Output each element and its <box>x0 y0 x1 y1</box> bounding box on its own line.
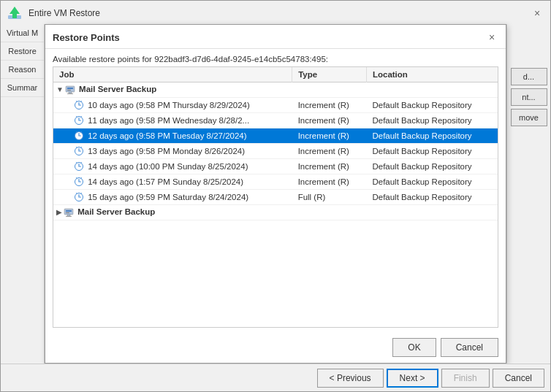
cell-job: 14 days ago (1:57 PM Sunday 8/25/2024) <box>53 174 292 190</box>
previous-button[interactable]: < Previous <box>317 369 384 388</box>
main-cancel-button[interactable]: Cancel <box>493 369 544 388</box>
cell-type: Full (R) <box>292 190 367 205</box>
cell-location: Default Backup Repository <box>366 190 498 205</box>
sidebar-item-virtual-m[interactable]: Virtual M <box>1 24 44 42</box>
ok-button[interactable]: OK <box>392 338 436 357</box>
table-row[interactable]: 11 days ago (9:58 PM Wednesday 8/28/2...… <box>53 113 498 128</box>
job-label: 10 days ago (9:58 PM Thursday 8/29/2024) <box>86 101 250 109</box>
cell-type: Increment (R) <box>292 113 367 128</box>
cell-location: Default Backup Repository <box>366 174 498 190</box>
clock-icon <box>74 100 84 110</box>
clock-icon <box>74 115 84 126</box>
cell-type: Increment (R) <box>292 144 367 159</box>
cell-type: Increment (R) <box>292 159 367 174</box>
cell-job: 14 days ago (10:00 PM Sunday 8/25/2024) <box>53 159 292 174</box>
table-row[interactable]: 15 days ago (9:59 PM Saturday 8/24/2024)… <box>53 190 498 205</box>
bottom-bar: < Previous Next > Finish Cancel <box>1 364 550 391</box>
right-actions-panel: d... nt... move <box>506 24 550 364</box>
job-label: 14 days ago (1:57 PM Sunday 8/25/2024) <box>86 177 243 186</box>
job-label: 15 days ago (9:59 PM Saturday 8/24/2024) <box>86 193 248 201</box>
sidebar-item-summary[interactable]: Summar <box>1 79 44 97</box>
group-name: Mail Server Backup <box>75 207 155 216</box>
cell-job: 13 days ago (9:58 PM Monday 8/26/2024) <box>53 144 292 159</box>
dialog-title: Restore Points <box>53 32 120 43</box>
clock-icon <box>74 161 84 172</box>
svg-rect-6 <box>67 93 73 94</box>
action-button-d[interactable]: d... <box>511 68 547 85</box>
col-type: Type <box>292 67 367 82</box>
clock-icon <box>74 131 84 141</box>
outer-close-button[interactable]: × <box>530 6 544 20</box>
table-row[interactable]: 12 days ago (9:58 PM Tuesday 8/27/2024)I… <box>53 128 498 144</box>
table-row[interactable]: 14 days ago (10:00 PM Sunday 8/25/2024)I… <box>53 159 498 174</box>
dialog-close-button[interactable]: × <box>485 31 498 44</box>
next-button[interactable]: Next > <box>387 369 438 388</box>
cell-type: Increment (R) <box>292 98 367 113</box>
svg-rect-3 <box>67 88 73 89</box>
table-body: ▼ Mail Server Backup 10 days ago (9:58 P… <box>53 82 498 220</box>
table-header-row: Job Type Location <box>53 67 498 82</box>
job-label: 14 days ago (10:00 PM Sunday 8/25/2024) <box>86 162 248 171</box>
restore-points-table-container[interactable]: Job Type Location ▼ Mail Server Backup 1… <box>53 66 498 328</box>
action-button-move[interactable]: move <box>511 109 547 126</box>
table-row[interactable]: 14 days ago (1:57 PM Sunday 8/25/2024)In… <box>53 174 498 190</box>
restore-points-table: Job Type Location ▼ Mail Server Backup 1… <box>53 67 498 220</box>
sidebar: Virtual M Restore Reason Summar <box>1 24 45 364</box>
outer-title-left: Entire VM Restore <box>7 5 100 21</box>
group-row[interactable]: ▼ Mail Server Backup <box>53 82 498 98</box>
svg-rect-4 <box>67 90 71 91</box>
outer-window-title: Entire VM Restore <box>28 8 100 18</box>
outer-titlebar: Entire VM Restore × <box>1 1 550 25</box>
clock-icon <box>74 177 84 187</box>
cell-job: 15 days ago (9:59 PM Saturday 8/24/2024) <box>53 190 292 205</box>
restore-icon <box>7 5 23 21</box>
cancel-button[interactable]: Cancel <box>441 338 498 357</box>
cell-job: 12 days ago (9:58 PM Tuesday 8/27/2024) <box>53 128 292 144</box>
clock-icon <box>74 192 84 202</box>
dialog-titlebar: Restore Points × <box>45 25 506 49</box>
sidebar-item-restore[interactable]: Restore <box>1 42 44 61</box>
col-location: Location <box>366 67 498 82</box>
cell-type: Increment (R) <box>292 174 367 190</box>
cell-location: Default Backup Repository <box>366 98 498 113</box>
cell-job: 10 days ago (9:58 PM Thursday 8/29/2024) <box>53 98 292 113</box>
dialog-buttons: OK Cancel <box>45 334 506 363</box>
dialog-description: Available restore points for 922badf3-d7… <box>45 49 506 66</box>
group-name: Mail Server Backup <box>77 85 156 93</box>
job-label: 12 days ago (9:58 PM Tuesday 8/27/2024) <box>86 131 247 140</box>
action-button-nt[interactable]: nt... <box>511 88 547 106</box>
backup-job-icon <box>64 207 74 218</box>
svg-rect-15 <box>66 210 72 212</box>
finish-button[interactable]: Finish <box>441 369 490 388</box>
cell-location: Default Backup Repository <box>366 159 498 174</box>
restore-points-dialog: Restore Points × Available restore point… <box>45 24 506 364</box>
svg-rect-5 <box>69 92 72 93</box>
clock-icon <box>74 146 84 156</box>
cell-location: Default Backup Repository <box>366 113 498 128</box>
table-row[interactable]: 13 days ago (9:58 PM Monday 8/26/2024)In… <box>53 144 498 159</box>
expand-arrow-icon: ▼ <box>56 85 64 93</box>
cell-location: Default Backup Repository <box>366 128 498 144</box>
col-job: Job <box>53 67 292 82</box>
backup-job-icon <box>65 85 75 95</box>
cell-job: 11 days ago (9:58 PM Wednesday 8/28/2... <box>53 113 292 128</box>
table-row[interactable]: 10 days ago (9:58 PM Thursday 8/29/2024)… <box>53 98 498 113</box>
outer-window: Entire VM Restore × Virtual M Restore Re… <box>0 0 551 392</box>
svg-rect-16 <box>66 212 69 213</box>
cell-location: Default Backup Repository <box>366 144 498 159</box>
job-label: 13 days ago (9:58 PM Monday 8/26/2024) <box>86 147 245 155</box>
svg-rect-18 <box>66 216 72 217</box>
expand-arrow-icon: ▶ <box>56 208 62 216</box>
sidebar-item-reason[interactable]: Reason <box>1 61 44 79</box>
group-row[interactable]: ▶ Mail Server Backup <box>53 205 498 220</box>
svg-rect-17 <box>67 215 70 216</box>
job-label: 11 days ago (9:58 PM Wednesday 8/28/2... <box>86 116 249 125</box>
cell-type: Increment (R) <box>292 128 367 144</box>
